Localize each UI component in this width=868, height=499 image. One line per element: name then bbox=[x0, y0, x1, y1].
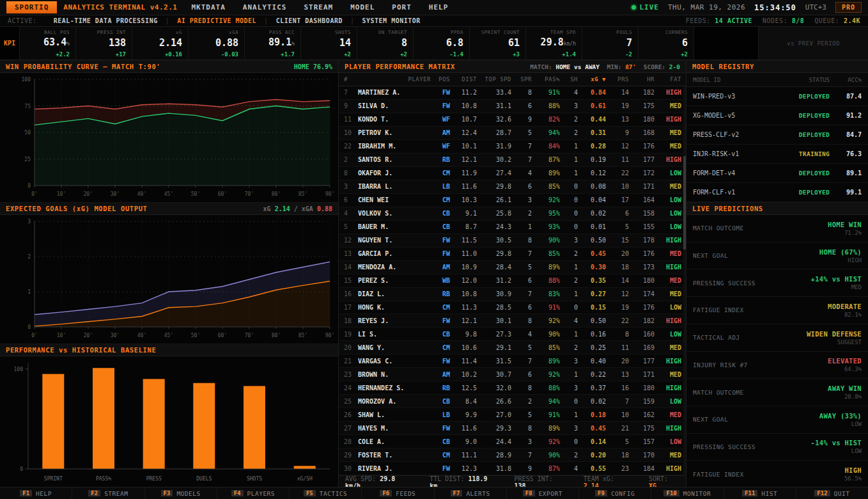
function-key-f3[interactable]: F3MODELS bbox=[144, 487, 217, 499]
prediction-item: MATCH OUTCOMEHOME WIN71.2% bbox=[686, 215, 868, 242]
menu-item-analytics[interactable]: ANALYTICS bbox=[243, 3, 287, 12]
live-indicator-dot bbox=[632, 5, 636, 10]
column-header[interactable]: xG ▼ bbox=[578, 76, 606, 83]
player-presses: 16 bbox=[606, 384, 629, 392]
column-header[interactable]: # bbox=[344, 76, 358, 83]
table-row[interactable]: 13GARCIA P.FW11.029.8785%20.4520176MED bbox=[339, 248, 686, 261]
table-row[interactable]: 18REYES J.FW12.130.1892%40.5022182HIGH bbox=[339, 314, 686, 328]
table-row[interactable]: 19LI S.CB9.827.3490%10.168160LOW bbox=[339, 328, 686, 341]
function-key-f9[interactable]: F9CONFIG bbox=[578, 487, 651, 499]
table-row[interactable]: 4VOLKOV S.CB9.125.8295%00.026158LOW bbox=[339, 207, 686, 221]
kpi-value: 138 bbox=[79, 38, 126, 48]
function-key-label: EXPORT bbox=[539, 490, 562, 497]
menu-item-stream[interactable]: STREAM bbox=[304, 3, 333, 12]
function-key-f2[interactable]: F2STREAM bbox=[72, 487, 144, 499]
table-row[interactable]: 16DIAZ L.RB10.830.9783%10.2712174MED bbox=[339, 288, 686, 301]
column-header[interactable]: TOP SPD bbox=[477, 76, 511, 83]
panel-title: EXPECTED GOALS (xG) MODEL OUTPUT bbox=[6, 205, 148, 212]
player-top-speed: 32.6 bbox=[477, 116, 511, 123]
kpi-delta: +0.16 bbox=[135, 51, 182, 58]
player-position: RB bbox=[431, 290, 450, 297]
model-row[interactable]: FORM-DET-v4DEPLOYED89.1 bbox=[686, 164, 868, 183]
function-key-f5[interactable]: F5TACTICS bbox=[289, 487, 361, 499]
function-key-label: HIST bbox=[761, 490, 777, 497]
player-number: 21 bbox=[344, 358, 358, 365]
model-row[interactable]: INJR-RISK-v1TRAINING76.3 bbox=[686, 145, 868, 164]
model-row[interactable]: WIN-PRED-v3DEPLOYED87.4 bbox=[686, 87, 868, 106]
table-row[interactable]: 30RIVERA J.FW12.331.8987%40.5523184HIGH bbox=[339, 462, 686, 475]
table-row[interactable]: 25MOROZOV A.CB8.426.6294%00.027159LOW bbox=[339, 395, 686, 408]
function-key-f1[interactable]: F1HELP bbox=[0, 487, 72, 499]
table-row[interactable]: 5BAUER M.CB8.724.3193%00.015155LOW bbox=[339, 221, 686, 234]
table-row[interactable]: 3IBARRA L.LB11.629.8685%00.0810171MED bbox=[339, 180, 686, 194]
menu-item-help[interactable]: HELP bbox=[429, 3, 449, 12]
table-row[interactable]: 12NGUYEN T.FW11.530.5890%30.5015178HIGH bbox=[339, 234, 686, 248]
function-key-f6[interactable]: F6FEEDS bbox=[361, 487, 433, 499]
table-row[interactable]: 15PEREZ S.WB12.031.2688%20.3514180MED bbox=[339, 274, 686, 288]
player-heart-rate: 182 bbox=[629, 89, 655, 96]
column-header[interactable]: SH bbox=[560, 76, 578, 83]
column-header[interactable]: DIST bbox=[450, 76, 477, 83]
table-row[interactable]: 27HAYES M.FW11.629.3889%30.4521175HIGH bbox=[339, 422, 686, 435]
table-row[interactable]: 22IBRAHIM M.WF10.131.9784%10.2812176MED bbox=[339, 140, 686, 154]
xg-model-panel: EXPECTED GOALS (xG) MODEL OUTPUT xG 2.14… bbox=[0, 202, 338, 344]
function-key-f7[interactable]: F7ALERTS bbox=[434, 487, 506, 499]
table-row[interactable]: 2SANTOS R.RB12.130.2787%10.1911177HIGH bbox=[339, 154, 686, 167]
table-row[interactable]: 6CHEN WEICM10.326.1392%00.0417164LOW bbox=[339, 194, 686, 207]
menu-item-port[interactable]: PORT bbox=[392, 3, 412, 12]
prediction-result: MODERATE82.1% bbox=[828, 303, 862, 318]
column-header[interactable]: PRS bbox=[606, 76, 629, 83]
table-row[interactable]: 14MENDOZA A.AM10.928.4589%10.3018173HIGH bbox=[339, 261, 686, 274]
table-row[interactable]: 7MARTINEZ A.FW11.233.4891%40.8414182HIGH bbox=[339, 86, 686, 100]
player-sprints: 5 bbox=[511, 344, 532, 351]
player-distance: 9.1 bbox=[450, 210, 477, 217]
model-row[interactable]: PRESS-CLF-v2DEPLOYED84.7 bbox=[686, 125, 868, 145]
function-key-label: FEEDS bbox=[396, 490, 415, 497]
function-key-f4[interactable]: F4PLAYERS bbox=[217, 487, 289, 499]
player-sprints: 9 bbox=[511, 465, 532, 472]
svg-text:70': 70' bbox=[245, 333, 254, 338]
mode-tab-4[interactable]: SYSTEM MONITOR bbox=[362, 17, 420, 24]
function-key-f11[interactable]: F11HIST bbox=[724, 487, 796, 499]
mode-tab-2[interactable]: AI PREDICTIVE MODEL bbox=[177, 17, 256, 24]
kpi-cell-sprint-count: SPRINT COUNT61+3 bbox=[469, 27, 525, 59]
function-key-f10[interactable]: F10MONITOR bbox=[651, 487, 723, 499]
column-header[interactable]: PLAYER bbox=[358, 76, 431, 83]
player-pass-pct: 92% bbox=[532, 196, 560, 203]
table-row[interactable]: 10PETROV K.AM12.428.7594%20.319168MED bbox=[339, 127, 686, 140]
table-row[interactable]: 29FOSTER T.CM11.128.9790%20.2018170MED bbox=[339, 448, 686, 462]
model-row[interactable]: XG-MODEL-v5DEPLOYED91.2 bbox=[686, 106, 868, 125]
column-header[interactable]: SPR bbox=[511, 76, 532, 83]
column-header[interactable]: HR bbox=[629, 76, 655, 83]
menu-item-mktdata[interactable]: MKTDATA bbox=[191, 3, 225, 12]
player-presses: 21 bbox=[606, 425, 629, 432]
player-presses: 11 bbox=[606, 344, 629, 351]
table-row[interactable]: 21VARGAS C.FW11.431.5789%30.4020177HIGH bbox=[339, 354, 686, 368]
table-row[interactable]: 9SILVA D.FW10.831.1688%30.6119175MED bbox=[339, 100, 686, 113]
mode-tab-3[interactable]: CLIENT DASHBOARD bbox=[276, 17, 343, 24]
player-distance: 9.9 bbox=[450, 411, 477, 418]
prediction-confidence: 28.8% bbox=[828, 393, 862, 400]
column-header[interactable]: PAS% bbox=[532, 76, 560, 83]
table-row[interactable]: 20WANG Y.CM10.629.1585%20.2511169MED bbox=[339, 341, 686, 354]
function-key-f12[interactable]: F12QUIT bbox=[796, 487, 868, 499]
table-row[interactable]: 26SHAW L.LB9.927.0591%10.1810162MED bbox=[339, 408, 686, 422]
table-row[interactable]: 23BROWN N.AM10.230.7692%10.2213171MED bbox=[339, 368, 686, 381]
table-row[interactable]: 8OKAFOR J.CM11.927.4489%10.1222172LOW bbox=[339, 167, 686, 180]
table-row[interactable]: 11KONDO T.WF10.732.6982%20.4413180HIGH bbox=[339, 113, 686, 127]
model-row[interactable]: FORM-CLF-v1DEPLOYED99.1 bbox=[686, 183, 868, 202]
player-shots: 3 bbox=[560, 358, 578, 365]
table-row[interactable]: 24HERNANDEZ S.RB12.532.0888%30.3716180HI… bbox=[339, 381, 686, 395]
player-table-header: #PLAYERPOSDISTTOP SPDSPRPAS%SHxG ▼PRSHRF… bbox=[339, 73, 686, 86]
table-row[interactable]: 28COLE A.CB9.024.4392%00.145157LOW bbox=[339, 435, 686, 448]
player-distance: 12.1 bbox=[450, 156, 477, 163]
pro-badge[interactable]: PRO bbox=[835, 2, 862, 13]
column-header[interactable]: FAT bbox=[655, 76, 681, 83]
function-key-f8[interactable]: F8EXPORT bbox=[506, 487, 578, 499]
table-row[interactable]: 17HONG K.CM11.328.5691%00.1519176LOW bbox=[339, 301, 686, 315]
player-shots: 2 bbox=[560, 344, 578, 351]
column-header[interactable]: POS bbox=[431, 76, 450, 83]
mode-tab-1[interactable]: REAL-TIME DATA PROCESSING bbox=[54, 17, 158, 24]
table-scrollbar-thumb[interactable] bbox=[683, 156, 686, 249]
menu-item-model[interactable]: MODEL bbox=[350, 3, 375, 12]
